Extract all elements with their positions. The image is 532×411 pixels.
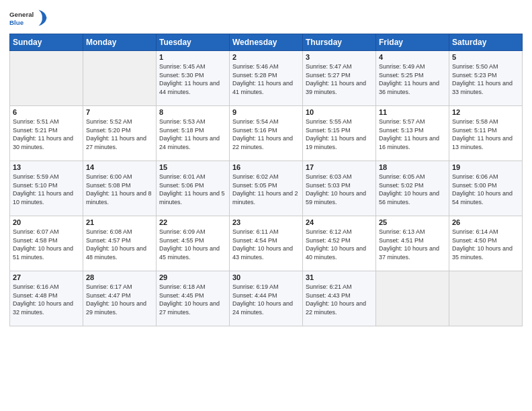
day-info: Sunrise: 6:00 AMSunset: 5:08 PMDaylight:… [86,173,152,205]
day-number: 29 [159,273,226,281]
table-cell: 27 Sunrise: 6:16 AMSunset: 4:48 PMDaylig… [10,271,83,326]
table-cell: 11 Sunrise: 5:57 AMSunset: 5:13 PMDaylig… [376,106,449,161]
table-cell: 29 Sunrise: 6:18 AMSunset: 4:45 PMDaylig… [157,271,230,326]
table-cell: 28 Sunrise: 6:17 AMSunset: 4:47 PMDaylig… [83,271,157,326]
table-cell: 18 Sunrise: 6:05 AMSunset: 5:02 PMDaylig… [376,161,449,216]
day-number: 13 [13,163,80,171]
calendar-table: SundayMondayTuesdayWednesdayThursdayFrid… [9,34,523,326]
day-number: 19 [452,163,519,171]
table-cell: 8 Sunrise: 5:53 AMSunset: 5:18 PMDayligh… [157,106,230,161]
table-cell: 10 Sunrise: 5:55 AMSunset: 5:15 PMDaylig… [303,106,376,161]
day-number: 9 [232,108,300,116]
day-info: Sunrise: 6:13 AMSunset: 4:51 PMDaylight:… [379,228,439,261]
day-number: 12 [452,108,519,116]
day-number: 24 [306,218,373,226]
day-info: Sunrise: 5:57 AMSunset: 5:13 PMDaylight:… [379,118,439,150]
week-row-3: 13 Sunrise: 5:59 AMSunset: 5:10 PMDaylig… [10,161,523,216]
day-info: Sunrise: 6:16 AMSunset: 4:48 PMDaylight:… [13,283,73,316]
table-cell: 26 Sunrise: 6:14 AMSunset: 4:50 PMDaylig… [449,216,523,271]
day-info: Sunrise: 5:51 AMSunset: 5:21 PMDaylight:… [13,118,73,150]
day-number: 28 [86,273,153,281]
table-cell: 13 Sunrise: 5:59 AMSunset: 5:10 PMDaylig… [10,161,83,216]
table-cell: 23 Sunrise: 6:11 AMSunset: 4:54 PMDaylig… [230,216,303,271]
table-cell: 6 Sunrise: 5:51 AMSunset: 5:21 PMDayligh… [10,106,83,161]
weekday-thursday: Thursday [303,34,376,51]
day-number: 25 [379,218,446,226]
table-cell: 31 Sunrise: 6:21 AMSunset: 4:43 PMDaylig… [303,271,376,326]
day-info: Sunrise: 5:59 AMSunset: 5:10 PMDaylight:… [13,173,73,205]
table-cell: 12 Sunrise: 5:58 AMSunset: 5:11 PMDaylig… [449,106,523,161]
day-number: 7 [86,108,153,116]
week-row-2: 6 Sunrise: 5:51 AMSunset: 5:21 PMDayligh… [10,106,523,161]
weekday-saturday: Saturday [449,34,523,51]
day-info: Sunrise: 5:47 AMSunset: 5:27 PMDaylight:… [306,63,366,95]
day-info: Sunrise: 6:11 AMSunset: 4:54 PMDaylight:… [232,228,293,261]
table-cell: 4 Sunrise: 5:49 AMSunset: 5:25 PMDayligh… [376,51,449,106]
week-row-5: 27 Sunrise: 6:16 AMSunset: 4:48 PMDaylig… [10,271,523,326]
logo-svg: General Blue [9,7,50,31]
day-info: Sunrise: 5:54 AMSunset: 5:16 PMDaylight:… [232,118,293,150]
day-number: 10 [306,108,373,116]
table-cell [449,271,523,326]
day-info: Sunrise: 6:09 AMSunset: 4:55 PMDaylight:… [159,228,220,261]
table-cell: 24 Sunrise: 6:12 AMSunset: 4:52 PMDaylig… [303,216,376,271]
day-info: Sunrise: 6:03 AMSunset: 5:03 PMDaylight:… [306,173,366,205]
day-number: 20 [13,218,80,226]
day-number: 17 [306,163,373,171]
table-cell [10,51,83,106]
table-cell [376,271,449,326]
weekday-wednesday: Wednesday [230,34,303,51]
day-info: Sunrise: 5:50 AMSunset: 5:23 PMDaylight:… [452,63,513,95]
day-info: Sunrise: 5:58 AMSunset: 5:11 PMDaylight:… [452,118,513,150]
day-number: 16 [232,163,300,171]
table-cell: 19 Sunrise: 6:06 AMSunset: 5:00 PMDaylig… [449,161,523,216]
table-cell: 2 Sunrise: 5:46 AMSunset: 5:28 PMDayligh… [230,51,303,106]
day-number: 6 [13,108,80,116]
day-number: 14 [86,163,153,171]
weekday-tuesday: Tuesday [157,34,230,51]
table-cell: 7 Sunrise: 5:52 AMSunset: 5:20 PMDayligh… [83,106,157,161]
table-cell: 14 Sunrise: 6:00 AMSunset: 5:08 PMDaylig… [83,161,157,216]
page-container: General Blue SundayMondayTuesdayWednesda… [0,0,532,333]
table-cell: 22 Sunrise: 6:09 AMSunset: 4:55 PMDaylig… [157,216,230,271]
day-info: Sunrise: 5:46 AMSunset: 5:28 PMDaylight:… [232,63,293,95]
table-cell: 1 Sunrise: 5:45 AMSunset: 5:30 PMDayligh… [157,51,230,106]
day-info: Sunrise: 6:06 AMSunset: 5:00 PMDaylight:… [452,173,513,205]
svg-text:General: General [9,11,34,18]
day-number: 15 [159,163,226,171]
table-cell: 20 Sunrise: 6:07 AMSunset: 4:58 PMDaylig… [10,216,83,271]
day-info: Sunrise: 6:01 AMSunset: 5:06 PMDaylight:… [159,173,225,205]
table-cell: 30 Sunrise: 6:19 AMSunset: 4:44 PMDaylig… [230,271,303,326]
week-row-1: 1 Sunrise: 5:45 AMSunset: 5:30 PMDayligh… [10,51,523,106]
table-cell: 9 Sunrise: 5:54 AMSunset: 5:16 PMDayligh… [230,106,303,161]
weekday-monday: Monday [83,34,157,51]
table-cell: 3 Sunrise: 5:47 AMSunset: 5:27 PMDayligh… [303,51,376,106]
table-cell: 21 Sunrise: 6:08 AMSunset: 4:57 PMDaylig… [83,216,157,271]
day-number: 3 [306,53,373,61]
week-row-4: 20 Sunrise: 6:07 AMSunset: 4:58 PMDaylig… [10,216,523,271]
table-cell: 15 Sunrise: 6:01 AMSunset: 5:06 PMDaylig… [157,161,230,216]
day-info: Sunrise: 5:45 AMSunset: 5:30 PMDaylight:… [159,63,220,95]
day-number: 11 [379,108,446,116]
day-info: Sunrise: 6:19 AMSunset: 4:44 PMDaylight:… [232,283,293,316]
weekday-friday: Friday [376,34,449,51]
weekday-header-row: SundayMondayTuesdayWednesdayThursdayFrid… [10,34,523,51]
day-info: Sunrise: 5:53 AMSunset: 5:18 PMDaylight:… [159,118,220,150]
day-number: 23 [232,218,300,226]
logo: General Blue [9,7,50,31]
day-info: Sunrise: 6:12 AMSunset: 4:52 PMDaylight:… [306,228,366,261]
day-number: 26 [452,218,519,226]
table-cell: 16 Sunrise: 6:02 AMSunset: 5:05 PMDaylig… [230,161,303,216]
day-number: 21 [86,218,153,226]
day-number: 31 [306,273,373,281]
day-info: Sunrise: 5:52 AMSunset: 5:20 PMDaylight:… [86,118,146,150]
day-number: 8 [159,108,226,116]
day-info: Sunrise: 6:14 AMSunset: 4:50 PMDaylight:… [452,228,513,261]
table-cell: 17 Sunrise: 6:03 AMSunset: 5:03 PMDaylig… [303,161,376,216]
day-number: 5 [452,53,519,61]
day-number: 22 [159,218,226,226]
day-number: 30 [232,273,300,281]
day-info: Sunrise: 6:08 AMSunset: 4:57 PMDaylight:… [86,228,146,261]
day-info: Sunrise: 6:05 AMSunset: 5:02 PMDaylight:… [379,173,439,205]
day-info: Sunrise: 5:49 AMSunset: 5:25 PMDaylight:… [379,63,439,95]
